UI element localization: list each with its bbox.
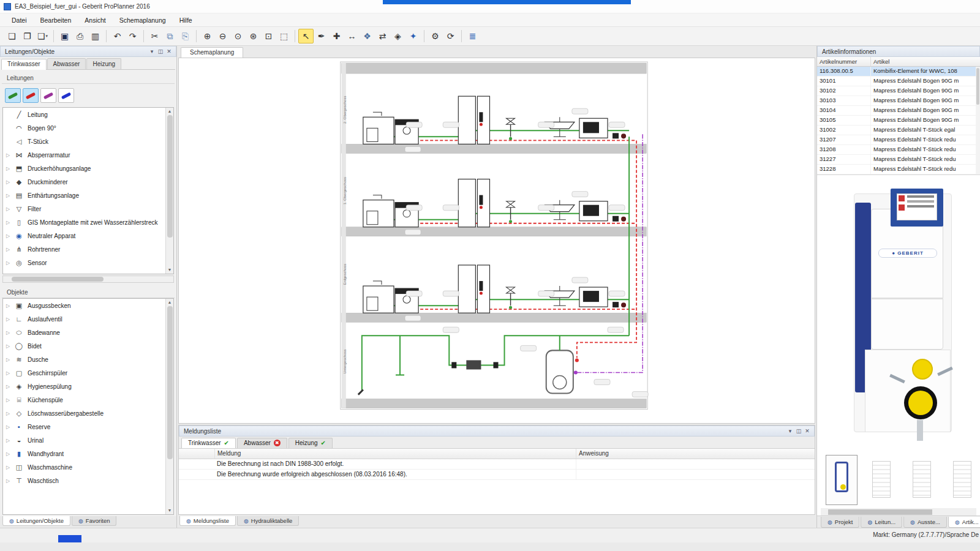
expander-icon[interactable]: ▷ [3, 357, 13, 362]
list-item[interactable]: ▷⬒Druckerhöhungsanlage [3, 162, 165, 175]
save-button[interactable]: ▣ [57, 29, 72, 43]
copy-button[interactable]: ⧉ [162, 29, 178, 43]
list-item[interactable]: ▷⋈Absperrarmatur [3, 148, 165, 162]
expander-icon[interactable]: ▷ [3, 233, 13, 239]
scroll-thumb[interactable] [167, 115, 173, 238]
chevron-down-icon[interactable]: ▾ [148, 48, 156, 54]
tab-favoriten[interactable]: ◍Favoriten [72, 516, 116, 526]
list-item[interactable]: ▷⌸Küchenspüle [3, 393, 165, 407]
article-row[interactable]: 30101Mapress Edelstahl Bogen 90G m [817, 77, 980, 86]
table-view-button[interactable]: ≣ [465, 29, 480, 43]
message-row[interactable]: Die Berechnung wurde erfolgreich abgesch… [179, 470, 815, 480]
tab-leitun---[interactable]: ◍Leitun... [861, 517, 902, 528]
article-row[interactable]: 30102Mapress Edelstahl Bogen 90G m [817, 86, 980, 96]
article-row[interactable]: 30105Mapress Edelstahl Bogen 90G m [817, 116, 980, 126]
expander-icon[interactable]: ▷ [3, 397, 13, 403]
expander-icon[interactable]: ▷ [3, 206, 13, 212]
expander-icon[interactable]: ▷ [3, 411, 13, 416]
expander-icon[interactable]: ▷ [3, 465, 13, 470]
scroll-thumb[interactable] [167, 306, 173, 459]
scroll-down-icon[interactable]: ▼ [168, 507, 172, 514]
close-icon[interactable]: ✕ [165, 48, 173, 54]
open-button[interactable]: ❐ [20, 29, 35, 43]
messages-tab-trinkwasser[interactable]: Trinkwasser✔ [181, 438, 236, 448]
article-row[interactable]: 30103Mapress Edelstahl Bogen 90G m [817, 96, 980, 106]
undo-button[interactable]: ↶ [110, 29, 125, 43]
schematic-drawing[interactable]: 2. Obergeschoss1. ObergeschossErdgeschos… [179, 58, 815, 424]
column-header-meldung[interactable]: Meldung [214, 449, 576, 459]
expander-icon[interactable]: ▷ [3, 424, 13, 430]
pin-icon[interactable]: ◫ [156, 48, 165, 54]
sonder-leitung-button[interactable] [58, 88, 74, 103]
refresh-button[interactable]: ⟳ [443, 29, 458, 43]
column-header-artikelnummer[interactable]: Artikelnummer [817, 57, 871, 66]
list-item[interactable]: ▷▤Enthärtungsanlage [3, 189, 165, 202]
zoom-in-button[interactable]: ⊕ [200, 29, 215, 43]
pin-icon[interactable]: ◫ [794, 428, 803, 434]
report-button[interactable]: ▥ [88, 29, 103, 43]
objekte-list[interactable]: ▷▣Ausgussbecken▷∟Auslaufventil▷⬭Badewann… [2, 298, 174, 515]
expander-icon[interactable]: ▷ [3, 384, 13, 389]
reroute-button[interactable]: ⇄ [375, 29, 390, 43]
tab-artik---[interactable]: ◍Artik... [948, 517, 980, 528]
menu-item-bearbeiten[interactable]: Bearbeiten [34, 15, 78, 26]
list-item[interactable]: ◠Bogen 90° [3, 121, 165, 135]
list-vscrollbar[interactable]: ▲▼ [165, 108, 173, 274]
list-item[interactable]: ▷◒Urinal [3, 433, 165, 447]
list-item[interactable]: ▷◉Neutraler Apparat [3, 229, 165, 242]
article-row[interactable]: 116.308.00.5Kombifix-Element für WWC, 10… [817, 67, 980, 77]
product-thumb-detail-2[interactable] [907, 455, 938, 505]
article-row[interactable]: 31227Mapress Edelstahl T-Stück redu [817, 155, 980, 165]
tab-abwasser[interactable]: Abwasser [47, 58, 86, 69]
menu-item-hilfe[interactable]: Hilfe [173, 15, 199, 26]
product-thumb-detail-3[interactable] [947, 455, 979, 505]
schematic-canvas[interactable]: 2. Obergeschoss1. ObergeschossErdgeschos… [178, 58, 815, 424]
expander-icon[interactable]: ▷ [3, 343, 13, 349]
list-item[interactable]: ▷▣Ausgussbecken [3, 299, 165, 312]
list-item[interactable]: ◁T-Stück [3, 135, 165, 148]
list-item[interactable]: ▷⬭Badewanne [3, 326, 165, 339]
list-item[interactable]: ▷◫Waschmaschine [3, 460, 165, 474]
product-thumb-element[interactable] [826, 455, 858, 505]
list-item[interactable]: ╱Leitung [3, 108, 165, 121]
menu-item-schemaplanung[interactable]: Schemaplanung [113, 15, 173, 26]
column-header-artikel[interactable]: Artikel [871, 57, 980, 66]
tab-heizung[interactable]: Heizung [86, 58, 121, 69]
list-item[interactable]: ▷◎Sensor [3, 256, 165, 269]
column-header-anweisung[interactable]: Anweisung [576, 449, 815, 459]
chevron-down-icon[interactable]: ▾ [786, 428, 794, 434]
list-item[interactable]: ▷◯Bidet [3, 339, 165, 353]
expander-icon[interactable]: ▷ [3, 451, 13, 457]
article-row[interactable]: 31002Mapress Edelstahl T-Stück egal [817, 126, 980, 135]
lock-button[interactable]: ◈ [390, 29, 405, 43]
close-icon[interactable]: ✕ [803, 428, 812, 434]
open-recent-button[interactable]: ❏▾ [35, 29, 50, 43]
expander-icon[interactable]: ▷ [3, 370, 13, 376]
tab-trinkwasser[interactable]: Trinkwasser [1, 59, 47, 70]
tab-hydrauliktabelle[interactable]: ◍Hydrauliktabelle [237, 516, 299, 526]
list-item[interactable]: ▷⊤Waschtisch [3, 474, 165, 487]
tab-leitungen-objekte[interactable]: ◍Leitungen/Objekte [2, 516, 70, 526]
article-row[interactable]: 30104Mapress Edelstahl Bogen 90G m [817, 106, 980, 116]
zoom-window-button[interactable]: ⬚ [276, 29, 292, 43]
list-item[interactable]: ▷◈Hygienespülung [3, 380, 165, 393]
scroll-up-icon[interactable]: ▲ [168, 108, 172, 115]
menu-item-ansicht[interactable]: Ansicht [78, 15, 112, 26]
article-table-vscrollbar[interactable] [976, 67, 980, 174]
expander-icon[interactable]: ▷ [3, 303, 13, 309]
zoom-page-button[interactable]: ⊡ [261, 29, 276, 43]
expander-icon[interactable]: ▷ [3, 152, 13, 158]
paste-button[interactable]: ⎘ [178, 29, 193, 43]
zoom-out-button[interactable]: ⊖ [215, 29, 230, 43]
move-button[interactable]: ✚ [329, 29, 344, 43]
message-row[interactable]: Die Berechnung ist nach DIN 1988-300 erf… [179, 459, 815, 470]
list-item[interactable]: ▷∟Auslaufventil [3, 312, 165, 326]
paint-button[interactable]: ✦ [405, 29, 421, 43]
print-button[interactable]: ⎙ [72, 29, 88, 43]
leitungen-list[interactable]: ╱Leitung◠Bogen 90°◁T-Stück▷⋈Absperrarmat… [2, 107, 174, 274]
warmwasser-leitung-button[interactable] [23, 88, 39, 103]
redo-button[interactable]: ↷ [125, 29, 140, 43]
leitungen-hscrollbar[interactable] [2, 276, 174, 283]
list-item[interactable]: ▷▢Geschirrspüler [3, 366, 165, 380]
list-item[interactable]: ▷◆Druckminderer [3, 175, 165, 189]
